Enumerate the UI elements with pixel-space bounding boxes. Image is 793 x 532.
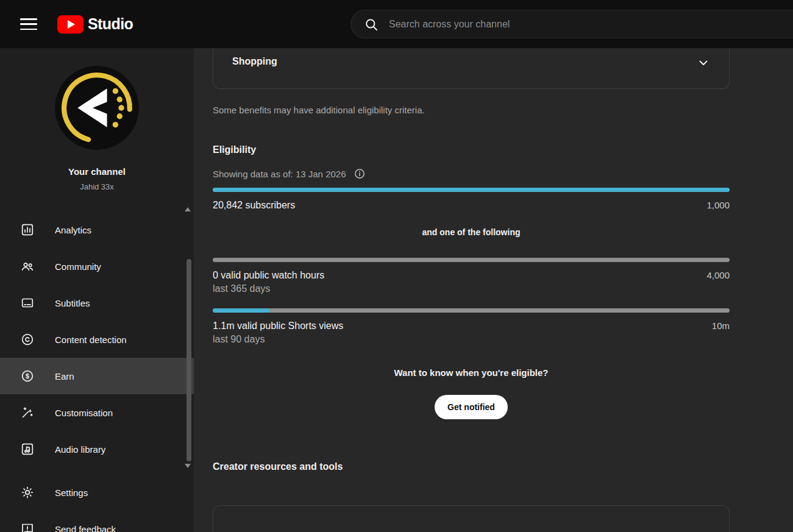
info-icon[interactable]	[354, 168, 366, 180]
sidebar-item-label: Earn	[55, 371, 74, 381]
progress-fill	[213, 188, 730, 192]
sidebar-footer: Settings Send feedback	[0, 474, 194, 532]
main-content: Shopping Some benefits may have addition…	[194, 48, 793, 532]
svg-text:$: $	[26, 372, 29, 380]
sidebar-item-customisation[interactable]: Customisation	[0, 394, 194, 431]
resources-card: YouTube Creator Support Copyright Match …	[213, 505, 730, 532]
get-notified-button[interactable]: Get notified	[435, 395, 508, 419]
resources-title: Creator resources and tools	[213, 461, 730, 472]
criterion-watch-hours: 0 valid public watch hours last 365 days…	[213, 258, 730, 294]
feedback-icon	[20, 522, 35, 532]
criterion-sublabel: last 90 days	[213, 334, 343, 345]
sidebar-item-subtitles[interactable]: Subtitles	[0, 285, 194, 321]
progress-fill	[213, 308, 269, 313]
settings-icon	[20, 485, 35, 500]
sidebar-item-send-feedback[interactable]: Send feedback	[0, 511, 194, 532]
sidebar-scroll-up-icon[interactable]	[185, 207, 191, 211]
criterion-target: 1,000	[706, 200, 730, 210]
benefit-row-shopping[interactable]: Shopping	[213, 48, 730, 89]
criterion-subscribers: 20,842 subscribers 1,000	[213, 188, 730, 211]
search-input[interactable]	[389, 19, 793, 30]
sidebar-item-label: Audio library	[55, 444, 105, 455]
channel-avatar[interactable]	[55, 66, 139, 150]
sidebar: Your channel Jahid 33x Analytics	[0, 48, 194, 532]
data-as-of-row: Showing data as of: 13 Jan 2026	[213, 168, 730, 180]
sidebar-item-analytics[interactable]: Analytics	[0, 211, 194, 248]
youtube-play-icon	[57, 15, 84, 34]
studio-logo[interactable]: Studio	[57, 15, 133, 34]
menu-hamburger-icon[interactable]	[20, 18, 37, 30]
sidebar-item-earn[interactable]: $ Earn	[0, 358, 194, 394]
sidebar-item-label: Community	[55, 261, 101, 272]
audio-library-icon	[20, 442, 35, 456]
channel-section-title: Your channel	[0, 166, 194, 177]
chevron-down-icon[interactable]	[696, 55, 711, 70]
search-bar[interactable]	[350, 10, 793, 38]
brand-name: Studio	[88, 15, 133, 33]
sidebar-item-label: Content detection	[55, 335, 127, 345]
criterion-label: 0 valid public watch hours	[213, 270, 324, 281]
earn-icon: $	[20, 369, 35, 383]
sidebar-item-label: Analytics	[55, 225, 91, 235]
benefit-row-label: Shopping	[232, 56, 277, 67]
subtitles-icon	[20, 296, 35, 310]
criteria-separator-text: and one of the following	[213, 227, 730, 237]
sidebar-scrollbar-thumb[interactable]	[187, 259, 191, 461]
sidebar-item-label: Subtitles	[55, 298, 90, 308]
criterion-target: 10m	[712, 321, 730, 331]
sidebar-item-community[interactable]: Community	[0, 248, 194, 285]
content-detection-icon	[20, 332, 35, 347]
youtube-studio-app: Studio	[0, 0, 793, 532]
benefits-note: Some benefits may have additional eligib…	[213, 105, 730, 115]
criterion-target: 4,000	[706, 270, 730, 280]
data-as-of-text: Showing data as of: 13 Jan 2026	[213, 169, 346, 179]
sidebar-item-label: Settings	[55, 488, 88, 498]
community-icon	[20, 259, 35, 274]
sidebar-menu: Analytics Community	[0, 211, 194, 467]
sidebar-scroll-down-icon[interactable]	[185, 464, 191, 468]
top-header: Studio	[0, 0, 793, 48]
channel-name: Jahid 33x	[0, 182, 194, 191]
content-row: Your channel Jahid 33x Analytics	[0, 48, 793, 532]
sidebar-item-content-detection[interactable]: Content detection	[0, 321, 194, 358]
eligible-question-text: Want to know when you're eligible?	[213, 367, 730, 378]
eligibility-title: Eligibility	[213, 144, 730, 155]
customisation-icon	[20, 405, 35, 420]
sidebar-item-audio-library[interactable]: Audio library	[0, 431, 194, 467]
shorts-views-progress-bar	[213, 308, 730, 313]
sidebar-item-settings[interactable]: Settings	[0, 474, 194, 511]
criterion-shorts-views: 1.1m valid public Shorts views last 90 d…	[213, 308, 730, 345]
sidebar-item-label: Send feedback	[55, 524, 116, 532]
resource-item-copyright-match: Copyright Match Tool	[471, 514, 729, 532]
criterion-label: 1.1m valid public Shorts views	[213, 321, 343, 332]
search-icon	[364, 17, 379, 32]
watch-hours-progress-bar	[213, 258, 730, 262]
analytics-icon	[20, 222, 35, 237]
criterion-label: 20,842 subscribers	[213, 200, 295, 211]
sidebar-item-label: Customisation	[55, 408, 113, 418]
criterion-sublabel: last 365 days	[213, 283, 324, 294]
resource-item-creator-support: YouTube Creator Support	[213, 514, 471, 532]
subscribers-progress-bar	[213, 188, 730, 192]
